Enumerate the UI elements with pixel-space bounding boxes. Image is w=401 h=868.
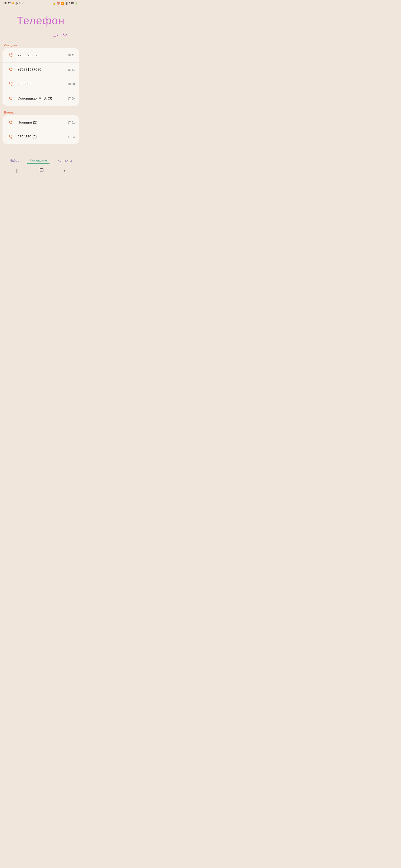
call-number: 2804550 (2) [18, 135, 67, 139]
recent-apps-icon[interactable]: ||| [16, 168, 20, 173]
search-icon[interactable] [63, 33, 68, 38]
toolbar: ⋮ [0, 31, 82, 41]
svg-line-19 [11, 121, 12, 122]
signal-icon: ▐▌ [65, 2, 68, 5]
system-nav: ||| ‹ [0, 165, 82, 177]
call-time: 18:20 [67, 83, 75, 86]
call-time: 17:51 [67, 121, 75, 124]
outgoing-call-icon [7, 66, 14, 73]
call-time: 18:41 [67, 54, 75, 57]
list-item[interactable]: 293539518:20 [2, 77, 79, 91]
home-icon[interactable] [39, 168, 44, 174]
back-icon[interactable]: ‹ [64, 168, 65, 173]
status-left: 18:42 ◷ 𝕊 • [3, 2, 23, 5]
status-right: 🔒 ⏰ 📶 ▐▌ 38% 🔋 [53, 2, 78, 5]
incoming-call-icon [7, 95, 14, 102]
tab-dial[interactable]: Набор [7, 158, 22, 163]
call-number: +79831677686 [18, 68, 67, 72]
more-icon[interactable]: ⋮ [73, 33, 77, 38]
list-item[interactable]: Соловицкая М. В. (3)17:58 [2, 91, 79, 105]
list-item[interactable]: Полиция (2)17:51 [2, 115, 79, 130]
battery-icon: 🔋 [75, 2, 78, 5]
svg-line-4 [66, 35, 67, 37]
outgoing-call-icon [7, 133, 14, 141]
tab-contacts[interactable]: Контакты [55, 158, 75, 163]
call-card: Полиция (2)17:51 2804550 (2)17:24 [2, 115, 79, 144]
call-number: Полиция (2) [18, 120, 67, 125]
tab-recents[interactable]: Последние [27, 158, 50, 163]
call-sections: Сегодня 2935395 (3)18:41 +7983167768618:… [0, 41, 82, 147]
svg-rect-23 [40, 168, 43, 172]
dot-icon: • [22, 2, 23, 5]
call-number: 2935395 (3) [18, 53, 67, 57]
app-header: Телефон [0, 6, 82, 31]
call-time: 17:58 [67, 97, 75, 100]
page-title: Телефон [17, 14, 65, 27]
section-label: Сегодня [0, 41, 82, 48]
outgoing-call-icon [7, 52, 14, 59]
call-number: 2935395 [18, 82, 67, 86]
status-bar: 18:42 ◷ 𝕊 • 🔒 ⏰ 📶 ▐▌ 38% 🔋 [0, 0, 82, 6]
outgoing-call-icon [7, 119, 14, 126]
svg-line-10 [11, 68, 12, 69]
outgoing-call-icon [7, 80, 14, 88]
svg-line-22 [11, 135, 12, 137]
battery-dot-icon [12, 2, 14, 4]
battery-text: 38% [69, 2, 74, 5]
s-icon: 𝕊 [19, 2, 21, 5]
call-time: 17:24 [67, 135, 75, 138]
call-number: Соловицкая М. В. (3) [18, 96, 67, 100]
alarm-icon: ⏰ [57, 2, 60, 5]
wifi-icon: 📶 [61, 2, 64, 5]
clock-icon: ◷ [16, 2, 18, 5]
section-label: Вчера [0, 108, 82, 115]
svg-line-7 [11, 54, 12, 55]
status-time: 18:42 [3, 2, 11, 5]
lock-icon: 🔒 [53, 2, 56, 5]
call-card: 2935395 (3)18:41 +7983167768618:31 29353… [2, 48, 79, 105]
filter-icon[interactable] [53, 33, 58, 38]
bottom-nav: Набор Последние Контакты [0, 155, 82, 165]
list-item[interactable]: 2804550 (2)17:24 [2, 130, 79, 144]
call-time: 18:31 [67, 68, 75, 71]
svg-line-13 [11, 83, 12, 84]
list-item[interactable]: 2935395 (3)18:41 [2, 48, 79, 63]
list-item[interactable]: +7983167768618:31 [2, 63, 79, 77]
